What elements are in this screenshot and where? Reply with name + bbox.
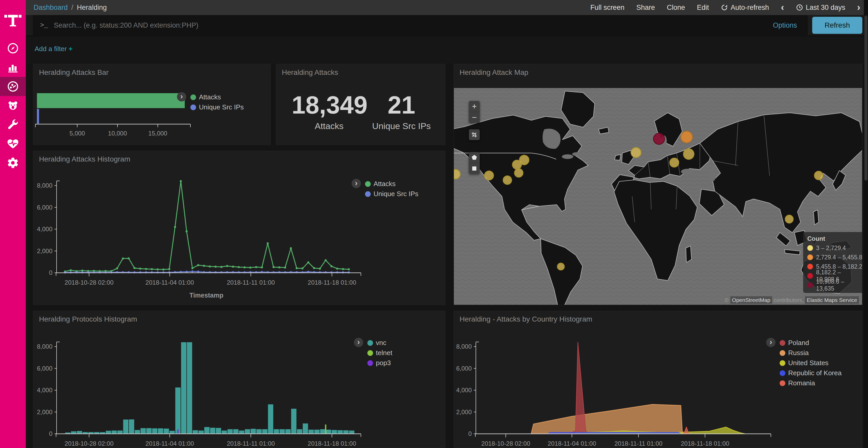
draw-rectangle-button[interactable] bbox=[469, 163, 480, 174]
svg-text:4,000: 4,000 bbox=[456, 387, 472, 393]
attack-origin-bubble[interactable] bbox=[514, 168, 523, 177]
attack-origin-bubble[interactable] bbox=[557, 263, 565, 271]
legend-label: pop3 bbox=[376, 359, 391, 367]
map-fit-data-button[interactable] bbox=[469, 129, 480, 140]
breadcrumb-dashboard-link[interactable]: Dashboard bbox=[34, 4, 68, 12]
map-zoom-out-button[interactable]: − bbox=[469, 112, 480, 123]
legend-item[interactable]: pop3 bbox=[367, 358, 393, 368]
plus-icon: + bbox=[69, 45, 72, 53]
add-filter-link[interactable]: Add a filter + bbox=[35, 45, 72, 53]
edit-button[interactable]: Edit bbox=[697, 4, 709, 12]
legend-item[interactable]: Republic of Korea bbox=[780, 368, 842, 378]
attack-origin-bubble[interactable] bbox=[653, 133, 665, 145]
query-options-link[interactable]: Options bbox=[773, 22, 797, 29]
protocols-histogram-chart[interactable]: 02,0004,0006,0008,0002018-10-28 02:00201… bbox=[33, 311, 445, 448]
metric-label: Attacks bbox=[292, 121, 367, 131]
map-legend-dot bbox=[807, 245, 813, 251]
attack-origin-bubble[interactable] bbox=[484, 171, 494, 180]
time-forward-button[interactable]: › bbox=[857, 3, 860, 12]
attack-origin-bubble[interactable] bbox=[630, 147, 642, 158]
panel-heralding-attacks-bar: Heralding Attacks Bar 5,00010,00015,000 … bbox=[33, 64, 271, 145]
legend-collapse-button[interactable]: › bbox=[766, 338, 776, 347]
attack-origin-bubble[interactable] bbox=[680, 131, 693, 143]
sidebar-item-dashboard[interactable] bbox=[0, 77, 26, 96]
legend-label: Unique Src IPs bbox=[199, 103, 244, 111]
draw-polygon-button[interactable] bbox=[469, 152, 480, 163]
svg-text:6,000: 6,000 bbox=[456, 365, 472, 372]
legend-item[interactable]: Unique Src IPs bbox=[190, 102, 244, 112]
legend-item[interactable]: Attacks bbox=[365, 179, 418, 189]
time-back-button[interactable]: ‹ bbox=[781, 3, 784, 12]
search-input[interactable] bbox=[53, 21, 768, 30]
legend-collapse-button[interactable]: › bbox=[177, 92, 186, 101]
heartbeat-icon bbox=[7, 138, 19, 150]
osm-link[interactable]: OpenStreetMap bbox=[730, 296, 772, 304]
auto-refresh-button[interactable]: Auto-refresh bbox=[721, 4, 769, 12]
refresh-button[interactable]: Refresh bbox=[812, 17, 862, 34]
svg-text:2018-11-11 01:00: 2018-11-11 01:00 bbox=[614, 440, 662, 447]
svg-text:0: 0 bbox=[468, 430, 472, 437]
attack-origin-bubble[interactable] bbox=[814, 171, 823, 180]
attack-origin-bubble[interactable] bbox=[519, 155, 529, 165]
bar-chart-icon bbox=[7, 61, 19, 74]
bear-icon bbox=[7, 99, 19, 112]
svg-text:15,000: 15,000 bbox=[148, 130, 167, 137]
breadcrumb-separator: / bbox=[71, 4, 73, 12]
world-map[interactable]: + − Cou bbox=[454, 88, 862, 305]
attack-origin-bubble[interactable] bbox=[785, 215, 794, 223]
legend-collapse-button[interactable]: › bbox=[351, 179, 361, 188]
sidebar-item-discover[interactable] bbox=[0, 39, 26, 58]
svg-text:6,000: 6,000 bbox=[37, 204, 53, 211]
filter-row: Add a filter + bbox=[26, 36, 868, 64]
legend-collapse-button[interactable]: › bbox=[354, 338, 363, 347]
map-fit-control bbox=[469, 129, 480, 140]
attack-origin-bubble[interactable] bbox=[669, 158, 679, 168]
attack-origin-bubble[interactable] bbox=[503, 175, 512, 185]
crop-icon bbox=[471, 132, 477, 138]
t-mobile-logo[interactable] bbox=[0, 0, 26, 39]
svg-text:2018-10-28 02:00: 2018-10-28 02:00 bbox=[65, 279, 114, 286]
sidebar-item-timelion[interactable] bbox=[0, 96, 26, 115]
svg-text:2,000: 2,000 bbox=[456, 409, 472, 415]
share-button[interactable]: Share bbox=[636, 4, 655, 12]
legend: › PolandRussiaUnited StatesRepublic of K… bbox=[766, 338, 842, 388]
sidebar-item-dev-tools[interactable] bbox=[0, 115, 26, 134]
sidebar-item-monitoring[interactable] bbox=[0, 134, 26, 153]
legend-item[interactable]: Unique Src IPs bbox=[365, 189, 418, 199]
svg-text:8,000: 8,000 bbox=[37, 343, 53, 350]
polygon-icon bbox=[471, 154, 477, 161]
attacks-histogram-chart[interactable]: 02,0004,0006,0008,0002018-10-28 02:00201… bbox=[33, 151, 445, 305]
legend-label: telnet bbox=[376, 349, 393, 357]
legend-item[interactable]: Attacks bbox=[190, 92, 244, 102]
legend-dot bbox=[367, 360, 373, 366]
page-scrollbar[interactable] bbox=[864, 0, 868, 448]
attack-origin-bubble[interactable] bbox=[683, 148, 694, 160]
legend-item[interactable]: vnc bbox=[367, 338, 393, 348]
panel-title: Heralding - Attacks by Country Histogram bbox=[460, 315, 592, 323]
metric-label: Unique Src IPs bbox=[364, 121, 439, 131]
full-screen-button[interactable]: Full screen bbox=[590, 4, 624, 12]
sidebar-item-management[interactable] bbox=[0, 153, 26, 172]
panel-title: Heralding Attacks Bar bbox=[39, 68, 108, 77]
time-range-picker[interactable]: Last 30 days bbox=[796, 4, 845, 12]
clone-button[interactable]: Clone bbox=[667, 4, 685, 12]
map-zoom-in-button[interactable]: + bbox=[469, 101, 480, 112]
svg-text:0: 0 bbox=[49, 430, 53, 437]
ems-link[interactable]: Elastic Maps Service bbox=[805, 296, 859, 304]
sidebar-item-visualize[interactable] bbox=[0, 58, 26, 77]
panel-title: Heralding Protocols Histogram bbox=[39, 315, 137, 323]
svg-text:2018-11-04 01:00: 2018-11-04 01:00 bbox=[146, 440, 194, 447]
legend-item[interactable]: Russia bbox=[780, 348, 842, 358]
map-zoom-controls: + − bbox=[469, 101, 480, 123]
kibana-dashboard: { "topnav": { "breadcrumb": {"parent": "… bbox=[0, 0, 868, 448]
map-legend-dot bbox=[807, 264, 813, 269]
map-draw-controls bbox=[469, 152, 480, 174]
svg-text:6,000: 6,000 bbox=[37, 365, 53, 372]
legend-label: Unique Src IPs bbox=[374, 190, 418, 198]
legend-item[interactable]: United States bbox=[780, 358, 842, 368]
legend-item[interactable]: Poland bbox=[780, 338, 842, 348]
legend-label: Attacks bbox=[374, 180, 396, 188]
legend-item[interactable]: Romania bbox=[780, 378, 842, 388]
panel-heralding-attacks-metric: Heralding Attacks 18,349 Attacks 21 Uniq… bbox=[276, 64, 445, 145]
legend-item[interactable]: telnet bbox=[367, 348, 393, 358]
